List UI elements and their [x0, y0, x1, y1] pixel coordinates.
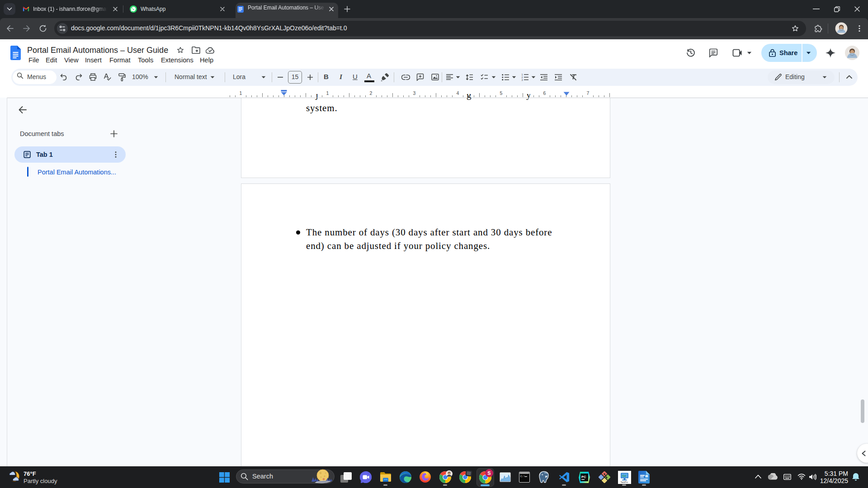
svg-text:5: 5: [500, 90, 503, 96]
svg-text:2: 2: [370, 90, 373, 96]
svg-text:6: 6: [543, 90, 546, 96]
svg-text:1: 1: [326, 90, 329, 96]
svg-text:C:\: C:\: [520, 475, 525, 478]
svg-text:7: 7: [587, 90, 590, 96]
svg-text:3: 3: [413, 90, 416, 96]
svg-text:3: 3: [521, 79, 523, 81]
svg-text:1: 1: [240, 90, 242, 96]
svg-text:TaskPro: TaskPro: [621, 481, 628, 483]
svg-text:4: 4: [457, 90, 459, 96]
svg-text:Get: Get: [622, 474, 626, 477]
svg-text:PC: PC: [581, 475, 586, 479]
